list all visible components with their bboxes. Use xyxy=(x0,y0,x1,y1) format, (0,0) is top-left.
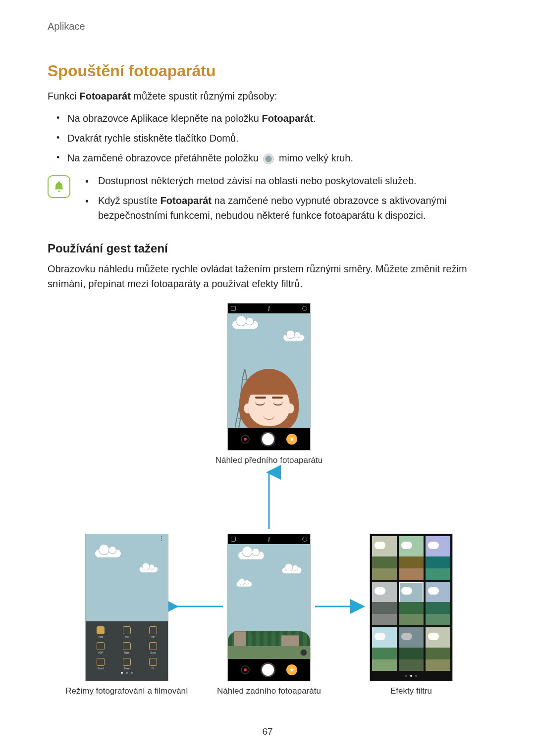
phone-topbar xyxy=(228,534,310,544)
mode-icon xyxy=(123,658,131,666)
ratio-icon xyxy=(231,537,236,542)
phone-modes: ⋮ Auto Pro Pan HDR Night Sport Sound Mor… xyxy=(85,534,168,681)
ratio-icon xyxy=(231,306,236,311)
section-header: Aplikace xyxy=(48,21,490,32)
bell-icon xyxy=(48,175,70,198)
phone-topbar xyxy=(228,303,310,313)
gear-icon xyxy=(302,537,307,542)
caption-modes: Režimy fotografování a filmování xyxy=(65,686,188,696)
mode-icon xyxy=(97,626,105,634)
selfie-illustration xyxy=(239,369,299,428)
mode-icon xyxy=(149,642,157,650)
viewport-filters xyxy=(370,534,452,681)
list-item: Na zamčené obrazovce přetáhněte položku … xyxy=(67,151,490,165)
mode-icon xyxy=(97,642,105,650)
list-item: Dvakrát rychle stiskněte tlačítko Domů. xyxy=(67,131,490,146)
effects-icon: ★ xyxy=(286,664,297,675)
record-icon xyxy=(241,665,250,674)
list-item: Dostupnost některých metod závisí na obl… xyxy=(85,173,490,188)
mode-icon xyxy=(149,658,157,666)
arrow-up-icon xyxy=(264,470,274,532)
viewport-front xyxy=(228,313,310,428)
camera-drag-icon xyxy=(263,153,274,164)
more-icon: ⋮ xyxy=(158,536,165,542)
phone-rear-preview: ★ xyxy=(227,534,311,681)
phone-front-preview: ★ xyxy=(227,303,311,451)
list-item: Na obrazovce Aplikace klepněte na položk… xyxy=(67,111,490,126)
mode-icon xyxy=(123,626,131,634)
caption-filters: Efekty filtru xyxy=(390,686,432,696)
intro-sentence: Funkci Fotoaparát můžete spustit různými… xyxy=(48,89,490,103)
record-icon xyxy=(241,435,250,444)
compass-icon xyxy=(300,649,307,656)
mode-icon xyxy=(149,626,157,634)
phone-filters xyxy=(370,534,453,681)
shutter-icon xyxy=(261,662,275,677)
mode-icon xyxy=(97,658,105,666)
gear-icon xyxy=(302,306,307,311)
arrow-right-icon xyxy=(314,602,367,614)
launch-methods-list: Na obrazovce Aplikace klepněte na položk… xyxy=(48,111,490,165)
effects-icon: ★ xyxy=(286,434,297,445)
shutter-icon xyxy=(261,432,275,447)
phone-bottombar: ★ xyxy=(228,659,310,681)
caption-front: Náhled předního fotoaparátu xyxy=(215,455,322,465)
viewport-modes: ⋮ Auto Pro Pan HDR Night Sport Sound Mor… xyxy=(86,534,168,681)
note-block: Dostupnost některých metod závisí na obl… xyxy=(48,173,490,228)
caption-rear: Náhled zadního fotoaparátu xyxy=(217,686,321,696)
subheading: Používání gest tažení xyxy=(48,242,490,255)
page-number: 67 xyxy=(262,726,272,737)
note-list: Dostupnost některých metod závisí na obl… xyxy=(85,173,490,228)
viewport-rear xyxy=(228,544,310,659)
mode-grid: Auto Pro Pan HDR Night Sport Sound More … xyxy=(86,621,168,681)
flash-icon xyxy=(268,306,269,311)
body-paragraph: Obrazovku náhledu můžete rychle ovládat … xyxy=(48,261,490,291)
page-title: Spouštění fotoaparátu xyxy=(48,62,490,80)
list-item: Když spustíte Fotoaparát na zamčené nebo… xyxy=(85,193,490,223)
flash-icon xyxy=(268,537,269,542)
arrow-left-icon xyxy=(171,602,224,614)
gesture-diagram: ★ Náhled předního fotoaparátu ★ xyxy=(48,303,490,694)
mode-icon xyxy=(123,642,131,650)
phone-bottombar: ★ xyxy=(228,428,310,450)
